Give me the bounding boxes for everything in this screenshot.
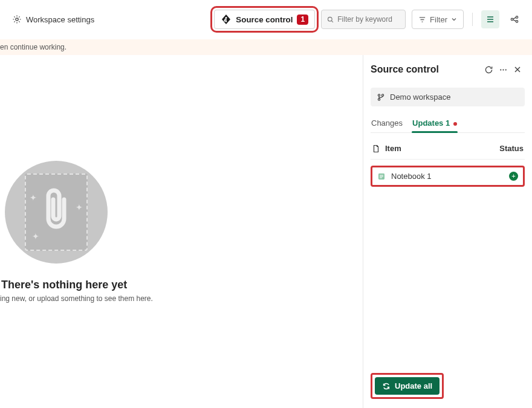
svg-point-8 [500, 69, 501, 70]
row-item-name: Notebook 1 [391, 172, 432, 181]
svg-point-1 [225, 17, 227, 19]
list-view-button[interactable] [481, 10, 499, 28]
lineage-view-button[interactable] [505, 10, 524, 28]
refresh-icon [484, 65, 493, 74]
svg-point-0 [16, 18, 18, 21]
tab-updates[interactable]: Updates 1 [412, 116, 458, 132]
refresh-button[interactable] [481, 62, 496, 77]
col-status-label: Status [499, 144, 524, 153]
empty-state: ✦ ✦ ✦ There's nothing here yet ing new, … [0, 55, 363, 408]
chevron-down-icon [451, 16, 457, 22]
status-added-icon: + [509, 172, 518, 181]
svg-point-4 [328, 17, 332, 21]
tab-updates-label: Updates 1 [412, 118, 450, 128]
branch-icon [377, 93, 385, 102]
notebook-icon [377, 172, 386, 181]
close-button[interactable] [510, 62, 525, 77]
svg-point-9 [502, 69, 504, 70]
more-icon [499, 65, 508, 74]
svg-point-11 [378, 94, 380, 96]
sync-icon [382, 382, 391, 390]
workspace-settings-button[interactable]: Workspace settings [12, 15, 94, 24]
panel-title: Source control [371, 64, 481, 75]
tab-changes[interactable]: Changes [371, 116, 403, 132]
source-control-panel: Source control Demo workspace Changes Up… [363, 55, 532, 408]
source-control-button-label: Source control [236, 15, 293, 24]
panel-header: Source control [371, 62, 525, 77]
more-button[interactable] [496, 62, 510, 77]
svg-point-13 [381, 94, 383, 96]
empty-subtitle: ing new, or upload something to see them… [0, 294, 153, 303]
source-control-button[interactable]: Source control 1 [214, 10, 315, 29]
alert-banner: en continue working. [0, 39, 532, 55]
update-all-label: Update all [395, 381, 432, 390]
svg-point-5 [511, 18, 513, 20]
tab-indicator-dot [453, 122, 457, 126]
workspace-chip[interactable]: Demo workspace [371, 88, 525, 106]
workspace-settings-label: Workspace settings [26, 15, 94, 24]
table-header: Item Status [371, 141, 525, 160]
search-input[interactable] [337, 15, 400, 24]
toolbar-divider [472, 13, 473, 26]
filter-icon [418, 16, 426, 24]
update-all-button[interactable]: Update all [375, 377, 440, 395]
panel-footer: Update all [371, 373, 525, 399]
svg-point-12 [378, 98, 380, 100]
search-input-container[interactable] [321, 10, 406, 29]
source-control-count-badge: 1 [297, 15, 308, 25]
search-icon [327, 16, 334, 24]
svg-point-2 [224, 20, 225, 21]
svg-point-10 [505, 69, 506, 70]
filter-button-label: Filter [430, 15, 447, 24]
main-area: ✦ ✦ ✦ There's nothing here yet ing new, … [0, 55, 532, 408]
paperclip-icon [40, 185, 73, 232]
gear-icon [12, 15, 22, 24]
filter-button[interactable]: Filter [412, 10, 464, 29]
close-icon [513, 65, 522, 74]
svg-point-7 [516, 21, 517, 22]
file-icon [372, 144, 380, 153]
lineage-icon [510, 15, 519, 24]
workspace-chip-label: Demo workspace [390, 92, 450, 102]
col-item-label: Item [385, 144, 401, 153]
top-toolbar: Workspace settings Source control 1 Filt… [0, 0, 532, 39]
alert-text: en continue working. [0, 43, 66, 51]
svg-point-6 [516, 16, 517, 18]
source-control-icon [221, 14, 232, 25]
empty-title: There's nothing here yet [0, 279, 127, 291]
list-icon [485, 15, 495, 24]
panel-tabs: Changes Updates 1 [371, 116, 525, 133]
empty-illustration: ✦ ✦ ✦ [5, 161, 108, 264]
svg-point-3 [225, 21, 227, 22]
table-row[interactable]: Notebook 1 + [371, 166, 525, 187]
